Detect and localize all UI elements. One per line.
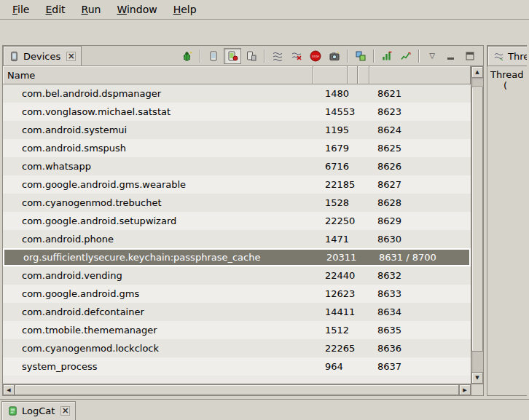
process-name: system_process — [3, 361, 313, 372]
process-pid: 14553 — [313, 106, 348, 117]
process-port: 8632 — [369, 270, 471, 281]
toolbar-separator — [264, 49, 265, 63]
process-port: 8635 — [369, 325, 471, 336]
process-pid: 964 — [313, 361, 348, 372]
tab-logcat[interactable]: LogCat × — [1, 401, 76, 420]
dump-view-hierarchy-icon[interactable] — [352, 48, 369, 64]
dump-hprof-icon[interactable] — [224, 48, 241, 64]
process-row[interactable]: org.sufficientlysecure.keychain:passphra… — [3, 248, 471, 266]
process-port: 8637 — [369, 361, 471, 372]
scrollbar-corner — [471, 384, 483, 395]
ddms-window: FileEditRunWindowHelp Devices × — [0, 0, 529, 420]
threads-message-line2: ( — [490, 80, 527, 91]
scroll-left-icon: ◀ — [7, 387, 10, 393]
screen-capture-icon[interactable] — [326, 48, 343, 64]
menu-window[interactable]: Window — [109, 1, 165, 17]
process-row[interactable]: com.bel.android.dspmanager 1480 8621 — [3, 84, 471, 103]
process-name: com.google.android.setupwizard — [3, 215, 313, 226]
close-icon[interactable]: × — [60, 406, 70, 416]
device-icon — [9, 51, 20, 62]
threads-tab-label: Threads — [508, 51, 527, 62]
threads-panel: Threads Thread up ( — [487, 45, 527, 396]
scroll-right-button[interactable]: ▶ — [459, 384, 471, 395]
menu-help[interactable]: Help — [165, 1, 205, 17]
device-table-header: Name — [3, 66, 471, 84]
cause-gc-icon[interactable] — [243, 48, 260, 64]
vertical-scroll-thumb[interactable] — [471, 87, 483, 352]
start-method-profiling-icon[interactable] — [378, 48, 396, 64]
devices-toolbar: STOP ▽ — [179, 46, 483, 66]
threads-icon — [493, 51, 504, 62]
column-header-pid[interactable] — [313, 66, 348, 84]
minimize-icon[interactable] — [442, 48, 460, 64]
menu-run[interactable]: Run — [74, 1, 109, 17]
process-name: com.android.systemui — [3, 124, 313, 135]
process-pid: 14411 — [313, 306, 348, 317]
horizontal-scroll-track[interactable] — [15, 384, 459, 395]
threads-message-line1: Thread up — [490, 69, 527, 80]
horizontal-scrollbar[interactable]: ◀ ▶ — [3, 384, 471, 395]
network-statistics-icon[interactable] — [397, 48, 415, 64]
process-row[interactable]: system_process 964 8637 — [3, 357, 471, 376]
process-port: 8636 — [369, 343, 471, 354]
scroll-down-button[interactable]: ▼ — [471, 372, 483, 384]
stop-process-icon[interactable]: STOP — [307, 48, 324, 64]
process-row[interactable]: com.cyanogenmod.lockclock 22265 8636 — [3, 339, 471, 357]
process-row[interactable]: com.android.systemui 1195 8624 — [3, 121, 471, 139]
column-header-port[interactable] — [369, 66, 471, 84]
process-port: 8629 — [369, 215, 471, 226]
view-menu-icon[interactable]: ▽ — [423, 48, 441, 64]
svg-text:STOP: STOP — [312, 55, 319, 58]
tab-threads[interactable]: Threads — [487, 46, 527, 66]
close-icon[interactable]: × — [66, 52, 76, 61]
process-pid: 1195 — [313, 124, 348, 135]
process-pid: 22440 — [313, 270, 348, 281]
process-pid: 22185 — [313, 179, 348, 190]
process-row[interactable]: com.android.phone 1471 8630 — [3, 230, 471, 248]
process-pid: 1512 — [313, 325, 348, 336]
process-row[interactable]: com.vonglasow.michael.satstat 14553 8623 — [3, 103, 471, 121]
device-table-body: com.bel.android.dspmanager 1480 8621 com… — [3, 84, 471, 384]
process-name: com.android.phone — [3, 234, 313, 245]
process-row[interactable]: com.google.android.setupwizard 22250 862… — [3, 212, 471, 230]
scroll-left-button[interactable]: ◀ — [3, 384, 15, 395]
debug-icon[interactable] — [179, 48, 196, 64]
process-row[interactable]: com.android.vending 22440 8632 — [3, 266, 471, 285]
stop-thread-updates-icon[interactable] — [288, 48, 305, 64]
process-row[interactable]: com.cyanogenmod.trebuchet 1528 8628 — [3, 194, 471, 212]
menu-file[interactable]: File — [4, 1, 37, 17]
column-header-name[interactable]: Name — [3, 66, 313, 84]
process-port: 8627 — [369, 179, 471, 190]
process-name: com.android.vending — [3, 270, 313, 281]
process-pid: 1471 — [313, 234, 348, 245]
process-row[interactable]: com.android.defcontainer 14411 8634 — [3, 303, 471, 321]
process-row[interactable]: com.whatsapp 6716 8626 — [3, 157, 471, 175]
process-name: org.sufficientlysecure.keychain:passphra… — [4, 252, 315, 263]
horizontal-scroll-row: ◀ ▶ — [3, 384, 483, 395]
horizontal-scroll-thumb[interactable] — [15, 384, 459, 395]
process-row[interactable]: com.android.smspush 1679 8625 — [3, 139, 471, 157]
maximize-icon[interactable] — [461, 48, 479, 64]
process-pid: 12623 — [313, 288, 348, 299]
process-port: 8625 — [369, 143, 471, 154]
bottom-bar: LogCat × — [0, 399, 529, 420]
vertical-scroll-track[interactable] — [471, 78, 483, 372]
process-row[interactable]: com.tmobile.thememanager 1512 8635 — [3, 321, 471, 339]
process-row[interactable]: com.google.android.gms.wearable 22185 86… — [3, 175, 471, 194]
update-heap-icon[interactable] — [205, 48, 222, 64]
menu-edit[interactable]: Edit — [37, 1, 73, 17]
process-name: com.tmobile.thememanager — [3, 325, 313, 336]
process-pid: 1679 — [313, 143, 348, 154]
process-port: 8621 — [369, 88, 471, 99]
scroll-up-button[interactable]: ▲ — [471, 66, 483, 78]
process-row[interactable]: com.google.android.gms 12623 8633 — [3, 285, 471, 303]
process-name: com.android.defcontainer — [3, 306, 313, 317]
tab-devices[interactable]: Devices × — [3, 46, 82, 66]
process-pid: 1528 — [313, 197, 348, 208]
process-name: com.google.android.gms.wearable — [3, 179, 313, 190]
vertical-scrollbar[interactable]: ▲ ▼ — [471, 66, 483, 384]
column-header-status[interactable] — [348, 66, 358, 84]
process-port: 8633 — [369, 288, 471, 299]
update-threads-icon[interactable] — [269, 48, 286, 64]
column-header-heap[interactable] — [358, 66, 369, 84]
